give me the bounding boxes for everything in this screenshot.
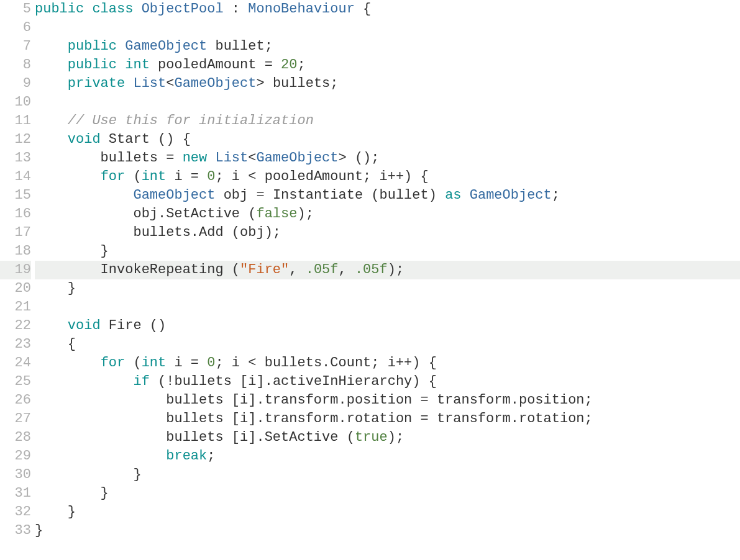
token-plain: ( [125,169,141,184]
token-kw: int [142,355,167,371]
code-line[interactable]: } [35,466,740,484]
code-line[interactable]: bullets [i].transform.rotation = transfo… [35,410,740,428]
token-plain: : [224,1,249,17]
token-kw: break [166,448,207,464]
token-plain: { [355,1,371,17]
token-kw: int [142,169,167,184]
line-number: 6 [0,19,31,37]
code-line[interactable]: break; [35,447,740,466]
token-plain: ; i < bullets.Count; i++) { [215,355,436,371]
token-plain: Fire () [101,318,167,333]
line-number: 15 [0,186,31,205]
token-type: GameObject [125,38,207,54]
token-plain [35,374,133,389]
token-plain: ; i < pooledAmount; i++) { [215,169,428,184]
line-number: 32 [0,503,31,522]
token-plain: obj = Instantiate (bullet) [215,187,445,203]
token-plain: > bullets; [256,76,338,91]
token-kw: public [35,1,84,17]
code-line[interactable]: for (int i = 0; i < pooledAmount; i++) { [35,168,740,186]
token-plain [35,187,133,203]
token-plain: obj.SetActive ( [35,206,256,222]
line-number: 27 [0,410,31,428]
token-plain [35,38,68,54]
token-plain: , [289,262,305,278]
token-plain: < [248,150,256,166]
token-bool: false [256,206,297,222]
code-line[interactable]: } [35,503,740,522]
token-kw: public [68,57,117,73]
token-plain: ( [125,355,141,371]
token-kw: for [101,355,126,371]
token-plain: } [35,281,76,296]
line-number: 13 [0,149,31,168]
code-line[interactable]: void Fire () [35,317,740,335]
code-line[interactable]: for (int i = 0; i < bullets.Count; i++) … [35,354,740,373]
token-plain [462,187,470,203]
code-line[interactable] [35,93,740,112]
token-plain: ; [207,448,215,464]
code-line[interactable]: public class ObjectPool : MonoBehaviour … [35,0,740,19]
token-plain [35,318,68,333]
code-line[interactable]: } [35,279,740,298]
token-plain [84,1,92,17]
token-plain: bullets.Add (obj); [35,225,281,240]
code-line[interactable]: } [35,522,740,540]
code-line[interactable]: private List<GameObject> bullets; [35,75,740,93]
token-plain: < [166,76,174,91]
code-line[interactable]: bullets [i].transform.position = transfo… [35,391,740,410]
line-number: 9 [0,75,31,93]
token-type: GameObject [174,76,256,91]
line-number: 20 [0,279,31,298]
line-number: 26 [0,391,31,410]
code-line[interactable]: bullets.Add (obj); [35,224,740,242]
token-plain [35,448,166,464]
token-plain: { [35,336,76,352]
token-type: GameObject [470,187,552,203]
code-line[interactable]: InvokeRepeating ("Fire", .05f, .05f); [35,261,740,279]
line-number: 17 [0,224,31,242]
token-kw: class [92,1,133,17]
token-plain [35,57,68,73]
code-line[interactable]: { [35,335,740,354]
code-area[interactable]: public class ObjectPool : MonoBehaviour … [35,0,740,540]
token-bool: true [355,430,388,445]
token-plain: bullets [i].transform.rotation = transfo… [35,411,593,427]
line-number: 11 [0,112,31,130]
code-line[interactable]: bullets [i].SetActive (true); [35,428,740,447]
token-num: 20 [281,57,297,73]
token-kw: new [183,150,208,166]
token-type: ObjectPool [142,1,224,17]
token-plain: } [35,523,43,538]
token-plain: } [35,504,76,520]
token-plain: > (); [339,150,380,166]
code-line[interactable] [35,298,740,317]
token-plain [35,169,101,184]
code-editor[interactable]: 5678910111213141516171819202122232425262… [0,0,740,540]
code-line[interactable]: bullets = new List<GameObject> (); [35,149,740,168]
line-number: 22 [0,317,31,335]
token-kw: int [125,57,150,73]
code-line[interactable]: } [35,242,740,261]
code-line[interactable]: public int pooledAmount = 20; [35,56,740,75]
token-plain: ; [552,187,560,203]
token-plain [207,150,215,166]
token-plain [133,1,141,17]
token-plain [35,355,101,371]
token-plain: InvokeRepeating ( [35,262,240,278]
token-plain: bullets = [35,150,183,166]
code-line[interactable] [35,19,740,37]
token-plain: } [35,467,142,482]
line-number: 29 [0,447,31,466]
code-line[interactable]: } [35,484,740,503]
code-line[interactable]: // Use this for initialization [35,112,740,130]
code-line[interactable]: obj.SetActive (false); [35,205,740,224]
line-number: 5 [0,0,31,19]
code-line[interactable]: void Start () { [35,130,740,149]
code-line[interactable]: if (!bullets [i].activeInHierarchy) { [35,373,740,391]
line-number: 12 [0,130,31,149]
code-line[interactable]: GameObject obj = Instantiate (bullet) as… [35,186,740,205]
token-plain: pooledAmount = [150,57,281,73]
code-line[interactable]: public GameObject bullet; [35,37,740,56]
token-plain: ; [297,57,305,73]
